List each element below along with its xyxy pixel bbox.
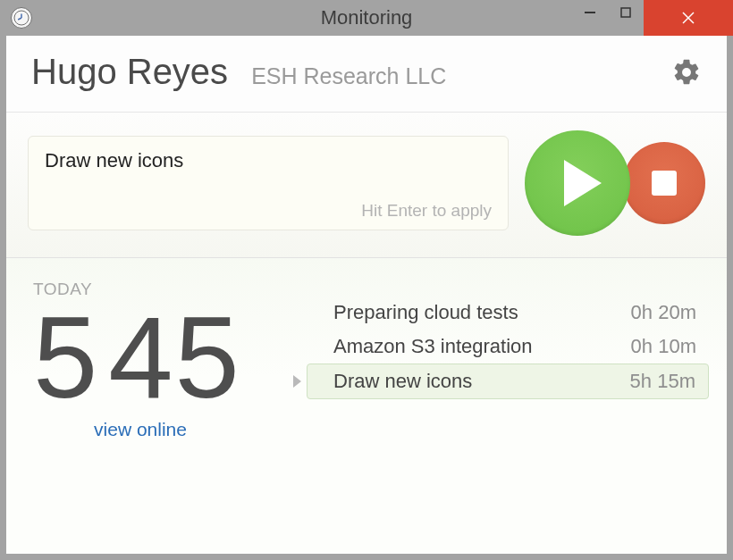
today-summary: TODAY 545 view online	[33, 280, 301, 545]
task-duration: 5h 15m	[630, 370, 695, 393]
view-online-link[interactable]: view online	[33, 419, 248, 440]
task-duration: 0h 20m	[631, 301, 696, 324]
svg-rect-4	[621, 8, 630, 17]
svg-marker-7	[564, 160, 602, 206]
task-input-container[interactable]: Hit Enter to apply	[28, 136, 509, 230]
window-controls	[572, 0, 733, 36]
settings-button[interactable]	[671, 57, 702, 88]
task-input[interactable]	[45, 149, 492, 172]
user-name: Hugo Reyes	[31, 52, 228, 92]
clock-icon	[11, 7, 32, 29]
task-name: Preparing cloud tests	[333, 301, 518, 324]
today-hours: 5	[33, 292, 99, 422]
task-list-container: Preparing cloud tests0h 20mAmazon S3 int…	[301, 280, 709, 545]
svg-rect-8	[652, 171, 677, 196]
app-window: Monitoring Hugo Reyes ESH Research LLC	[0, 0, 733, 560]
play-button[interactable]	[525, 130, 630, 236]
task-name: Amazon S3 integration	[333, 335, 533, 358]
titlebar: Monitoring	[0, 0, 733, 36]
maximize-button[interactable]	[608, 0, 644, 25]
stop-button[interactable]	[623, 142, 705, 224]
company-name: ESH Research LLC	[251, 63, 446, 89]
task-input-hint: Hit Enter to apply	[361, 185, 492, 221]
minimize-button[interactable]	[572, 0, 608, 25]
close-button[interactable]	[644, 0, 733, 36]
task-item[interactable]: Preparing cloud tests0h 20m	[307, 296, 709, 330]
task-input-row: Hit Enter to apply	[6, 113, 727, 258]
task-name: Draw new icons	[333, 370, 472, 393]
today-section: TODAY 545 view online Preparing cloud te…	[6, 258, 727, 554]
task-duration: 0h 10m	[631, 335, 696, 358]
task-item[interactable]: Draw new icons5h 15m	[307, 364, 709, 399]
today-minutes: 45	[108, 292, 241, 422]
task-item[interactable]: Amazon S3 integration0h 10m	[307, 330, 709, 364]
today-total-time: 545	[33, 299, 301, 415]
header: Hugo Reyes ESH Research LLC	[6, 36, 727, 113]
task-list: Preparing cloud tests0h 20mAmazon S3 int…	[307, 296, 709, 399]
